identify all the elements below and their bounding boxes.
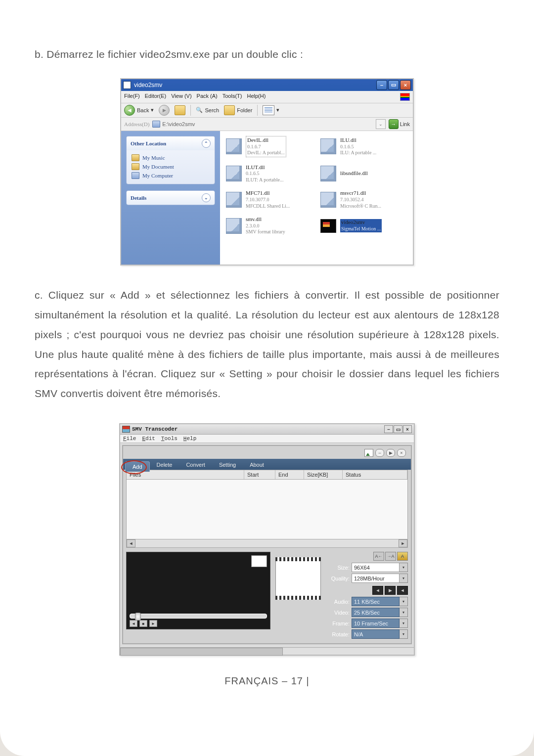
rotate-select[interactable]: N/A [352,629,400,639]
audio-select[interactable]: 11 KB/Sec [352,597,400,606]
maximize-button[interactable]: ▭ [388,80,399,90]
file-item[interactable]: msvcr71.dll7.10.3052.4Microsoft® C Run..… [320,190,407,209]
menu-tools[interactable]: Tools(T) [222,93,242,101]
flag-icon [400,93,410,101]
folder-button[interactable]: Folder [224,105,252,115]
dropdown-icon[interactable]: ▾ [400,619,408,628]
window-bottom-scroll[interactable] [120,647,414,655]
tab-convert[interactable]: Convert [179,460,212,470]
seek-left-icon[interactable]: ◄ [130,620,137,627]
volume-mute-icon[interactable]: ◄ [397,586,408,595]
file-item[interactable]: ILUT.dll0.1.6.5ILUT: A portable... [226,164,312,183]
quality-label: Quality: [326,576,352,581]
go-arrow-icon: → [389,119,399,129]
mark-a-out-button[interactable]: →A [385,552,396,561]
dll-icon [226,218,242,234]
up-button[interactable] [175,105,185,115]
dropdown-icon[interactable]: ▾ [400,574,408,583]
file-item[interactable]: ILU.dll0.1.6.5ILU: A portable ... [320,136,407,157]
transcoder-title: SMV Transcoder [132,426,178,432]
col-end[interactable]: End [275,470,304,479]
dll-icon [226,192,242,208]
quality-select[interactable]: 128MB/Hour [352,574,400,583]
collapse-icon: ⌃ [202,139,211,148]
tab-delete[interactable]: Delete [150,460,179,470]
timeline[interactable]: ◄ ■ ► [130,614,267,627]
seek-right-icon[interactable]: ► [149,620,157,627]
views-button[interactable]: ▾ [263,105,279,115]
close-button[interactable]: × [403,425,412,433]
video-select[interactable]: 25 KB/Sec [352,608,400,617]
forward-button[interactable]: ► [159,105,170,116]
size-select[interactable]: 96X64 [352,563,400,572]
col-status[interactable]: Status [343,470,407,479]
address-dropdown[interactable]: ⌄ [376,119,386,129]
folder-icon [224,105,235,115]
mark-a-in-button[interactable]: A← [373,552,384,561]
file-grid-header: Files Start End Size[KB] Status [126,470,408,480]
scroll-left-icon[interactable]: ◄ [127,539,135,547]
horizontal-scrollbar[interactable]: ◄► [126,539,408,548]
param-audio: Audio: 11 KB/Sec ▾ [326,597,408,606]
play-button[interactable]: ▶ [386,449,395,457]
prev-button[interactable]: – [375,449,384,457]
tab-setting[interactable]: Setting [212,460,243,470]
dropdown-icon[interactable]: ▾ [400,597,408,606]
col-size[interactable]: Size[KB] [304,470,343,479]
titlebar: video2smv – ▭ × [121,79,413,91]
file-item[interactable]: DevIL.dll0.1.6.7DevIL: A portabl... [226,136,312,157]
frame-label: Frame: [326,621,352,626]
tab-add[interactable]: Add [125,461,150,472]
back-button[interactable]: ◄ Back ▾ [124,105,154,116]
file-item[interactable]: libsndfile.dll [320,164,407,183]
file-item-selected[interactable]: video2smvSigmaTel Motion ... [320,216,407,235]
details-header[interactable]: Details ⌄ [127,191,215,205]
menu-file[interactable]: File [123,436,136,442]
menu-edit[interactable]: Edit [142,436,155,442]
dropdown-icon[interactable]: ▾ [400,629,408,639]
sidebar-item-music[interactable]: My Music [132,153,210,162]
seek-center-icon[interactable]: ■ [139,620,147,627]
menu-editor[interactable]: Editor(E) [145,93,166,101]
menu-tools[interactable]: Tools [161,436,178,442]
menu-file[interactable]: File(F) [124,93,140,101]
play-icon[interactable]: ▶ [385,586,396,595]
audio-label: Audio: [326,599,352,605]
dropdown-icon[interactable]: ▾ [400,563,408,572]
step-b-text: b. Démarrez le fichier video2smv.exe par… [35,44,499,64]
address-input[interactable]: E:\video2smv [152,121,372,128]
menu-pack[interactable]: Pack (A) [197,93,218,101]
close-button[interactable]: × [400,80,411,90]
exe-icon [320,219,336,233]
menu-view[interactable]: View (V) [171,93,191,101]
file-grid-body[interactable] [126,480,408,539]
search-button[interactable]: 🔍 Serch [196,107,219,113]
app-icon [122,426,130,433]
scroll-right-icon[interactable]: ► [399,539,407,547]
dropdown-icon[interactable]: ▾ [400,608,408,617]
sidebar-item-computer[interactable]: My Computer [132,171,210,180]
image-icon[interactable] [364,449,373,457]
tab-about[interactable]: About [243,460,271,470]
transcoder-titlebar: SMV Transcoder – ▭ × [120,424,414,435]
go-button[interactable]: → Link [389,119,410,129]
file-item[interactable]: smv.dll2.3.0.0SMV format library [226,216,312,235]
dll-icon [226,166,242,181]
frame-select[interactable]: 10 Frame/Sec [352,619,400,628]
window-icon [123,81,131,89]
volume-down-icon[interactable]: ◄ [372,586,383,595]
param-rotate: Rotate: N/A ▾ [326,629,408,639]
maximize-button[interactable]: ▭ [394,425,402,433]
file-item[interactable]: MFC71.dll7.10.3077.0MFCDLL Shared Li... [226,190,312,209]
other-location-header[interactable]: Other Location ⌃ [127,136,215,150]
address-bar: Address(D) E:\video2smv ⌄ → Link [121,118,413,131]
expand-icon: ⌄ [202,193,211,202]
minimize-button[interactable]: – [376,80,387,90]
stop-button[interactable]: × [397,449,406,457]
menu-help[interactable]: Help(H) [247,93,266,101]
col-start[interactable]: Start [244,470,275,479]
minimize-button[interactable]: – [384,425,393,433]
sidebar-item-document[interactable]: My Document [132,162,210,171]
mark-a-button[interactable]: A [397,552,408,561]
menu-help[interactable]: Help [183,436,196,442]
